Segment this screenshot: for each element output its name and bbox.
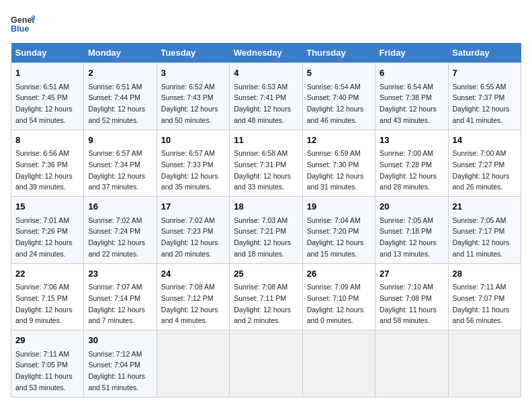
calendar-week-2: 15Sunrise: 7:01 AMSunset: 7:26 PMDayligh… (11, 197, 521, 264)
weekday-header-tuesday: Tuesday (157, 43, 229, 63)
calendar-cell: 14Sunrise: 7:00 AMSunset: 7:27 PMDayligh… (448, 130, 521, 197)
calendar-cell: 16Sunrise: 7:02 AMSunset: 7:24 PMDayligh… (84, 197, 157, 264)
calendar-cell: 11Sunrise: 6:58 AMSunset: 7:31 PMDayligh… (230, 130, 302, 197)
calendar-cell (375, 330, 448, 398)
calendar-cell: 17Sunrise: 7:02 AMSunset: 7:23 PMDayligh… (157, 197, 229, 264)
calendar-week-4: 29Sunrise: 7:11 AMSunset: 7:05 PMDayligh… (11, 330, 521, 398)
calendar-cell: 22Sunrise: 7:06 AMSunset: 7:15 PMDayligh… (11, 263, 84, 330)
page-header: General Blue (11, 11, 521, 35)
svg-text:Blue: Blue (11, 24, 29, 34)
calendar-cell: 5Sunrise: 6:54 AMSunset: 7:40 PMDaylight… (302, 63, 375, 130)
calendar-table: SundayMondayTuesdayWednesdayThursdayFrid… (11, 43, 521, 398)
calendar-week-3: 22Sunrise: 7:06 AMSunset: 7:15 PMDayligh… (11, 263, 521, 330)
calendar-cell: 19Sunrise: 7:04 AMSunset: 7:20 PMDayligh… (302, 197, 375, 264)
calendar-cell: 10Sunrise: 6:57 AMSunset: 7:33 PMDayligh… (157, 130, 229, 197)
weekday-header-monday: Monday (84, 43, 157, 63)
calendar-cell: 6Sunrise: 6:54 AMSunset: 7:38 PMDaylight… (375, 63, 448, 130)
calendar-cell: 27Sunrise: 7:10 AMSunset: 7:08 PMDayligh… (375, 263, 448, 330)
calendar-cell: 28Sunrise: 7:11 AMSunset: 7:07 PMDayligh… (448, 263, 521, 330)
logo: General Blue (11, 11, 38, 35)
logo-icon: General Blue (11, 11, 35, 35)
calendar-cell (157, 330, 229, 398)
calendar-cell: 8Sunrise: 6:56 AMSunset: 7:36 PMDaylight… (11, 130, 84, 197)
weekday-header-saturday: Saturday (448, 43, 521, 63)
calendar-cell: 15Sunrise: 7:01 AMSunset: 7:26 PMDayligh… (11, 197, 84, 264)
calendar-week-0: 1Sunrise: 6:51 AMSunset: 7:45 PMDaylight… (11, 63, 521, 130)
calendar-cell: 3Sunrise: 6:52 AMSunset: 7:43 PMDaylight… (157, 63, 229, 130)
calendar-cell: 2Sunrise: 6:51 AMSunset: 7:44 PMDaylight… (84, 63, 157, 130)
calendar-cell: 30Sunrise: 7:12 AMSunset: 7:04 PMDayligh… (84, 330, 157, 398)
calendar-cell: 29Sunrise: 7:11 AMSunset: 7:05 PMDayligh… (11, 330, 84, 398)
calendar-cell: 1Sunrise: 6:51 AMSunset: 7:45 PMDaylight… (11, 63, 84, 130)
calendar-cell: 23Sunrise: 7:07 AMSunset: 7:14 PMDayligh… (84, 263, 157, 330)
calendar-cell (302, 330, 375, 398)
calendar-cell: 24Sunrise: 7:08 AMSunset: 7:12 PMDayligh… (157, 263, 229, 330)
calendar-cell: 18Sunrise: 7:03 AMSunset: 7:21 PMDayligh… (230, 197, 302, 264)
weekday-header-thursday: Thursday (302, 43, 375, 63)
calendar-cell: 7Sunrise: 6:55 AMSunset: 7:37 PMDaylight… (448, 63, 521, 130)
calendar-cell: 20Sunrise: 7:05 AMSunset: 7:18 PMDayligh… (375, 197, 448, 264)
weekday-header-friday: Friday (375, 43, 448, 63)
calendar-cell: 13Sunrise: 7:00 AMSunset: 7:28 PMDayligh… (375, 130, 448, 197)
calendar-cell: 21Sunrise: 7:05 AMSunset: 7:17 PMDayligh… (448, 197, 521, 264)
calendar-cell (230, 330, 302, 398)
calendar-cell: 12Sunrise: 6:59 AMSunset: 7:30 PMDayligh… (302, 130, 375, 197)
calendar-cell: 4Sunrise: 6:53 AMSunset: 7:41 PMDaylight… (230, 63, 302, 130)
calendar-cell: 9Sunrise: 6:57 AMSunset: 7:34 PMDaylight… (84, 130, 157, 197)
calendar-cell: 26Sunrise: 7:09 AMSunset: 7:10 PMDayligh… (302, 263, 375, 330)
weekday-header-sunday: Sunday (11, 43, 84, 63)
calendar-cell (448, 330, 521, 398)
calendar-cell: 25Sunrise: 7:08 AMSunset: 7:11 PMDayligh… (230, 263, 302, 330)
weekday-header-wednesday: Wednesday (230, 43, 302, 63)
calendar-week-1: 8Sunrise: 6:56 AMSunset: 7:36 PMDaylight… (11, 130, 521, 197)
